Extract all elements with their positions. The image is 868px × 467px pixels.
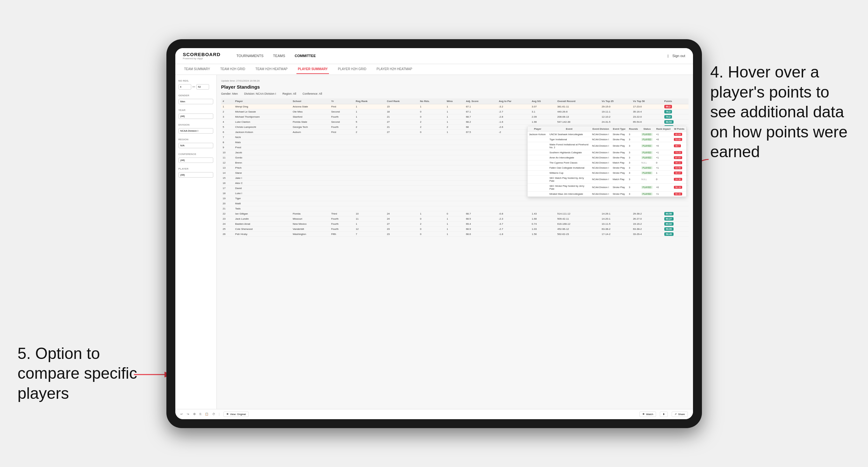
nav-tournaments[interactable]: TOURNAMENTS [237,54,264,58]
cell-reg-rank [354,155,385,160]
tt-rank-impact: +1 [654,165,672,170]
toolbar-copy-icon[interactable]: ⎘ [199,412,201,416]
sub-nav-team-h2h-heatmap[interactable]: TEAM H2H HEATMAP [254,65,289,74]
cell-points[interactable]: 76.2 [663,109,688,114]
cell-player: Gordo [234,155,291,160]
cell-yr [330,165,354,170]
cell-points[interactable]: 58.49 [663,231,688,237]
cell-yr: First [330,129,354,134]
nav-committee[interactable]: COMMITTEE [295,54,316,58]
points-badge[interactable]: 68.54 [664,120,674,124]
points-badge[interactable]: 60.27 [664,217,674,221]
sub-nav: TEAM SUMMARY TEAM H2H GRID TEAM H2H HEAT… [175,64,693,75]
cell-points[interactable]: 88.2 [663,104,688,109]
cell-adj-score: 68.2 [464,119,497,124]
table-row[interactable]: 23 Jack Lundin Missouri Fourth 11 24 0 1… [221,216,688,221]
table-row[interactable]: 3 Michael Thorbjornsen Stanford Fourth 1… [221,114,688,119]
cell-vs-top50: 17-23-0 [631,104,663,109]
cell-player: Luke Clanton [234,119,291,124]
cell-rank: 15 [221,175,234,180]
points-badge[interactable]: 70.2 [664,115,672,119]
filter-division: Division: NCAA Division I [244,92,276,95]
cell-wins: 0 [445,211,464,216]
points-badge[interactable]: 60.02 [664,222,674,226]
th-adj-score: Adj. Score [464,98,497,104]
cell-rank: 19 [221,196,234,201]
cell-points[interactable]: 60.27 [663,216,688,221]
points-badge[interactable]: 59.95 [664,227,674,231]
sub-nav-player-h2h-grid[interactable]: PLAYER H2H GRID [337,65,368,74]
toolbar-watch-btn[interactable]: 👁 Watch [640,411,656,417]
tt-event: The Cypress Point Classic [548,160,591,165]
sidebar-player-select[interactable]: (All) [179,172,213,178]
tt-w-points: 46.7 [672,142,686,150]
table-row[interactable]: 4 Luke Clanton Florida State Second 5 27… [221,119,688,124]
cell-overall: 208-08-13 [556,114,600,119]
th-wins: Wins [445,98,464,104]
tt-player [528,155,548,160]
cell-player: Michael Le Sassie [234,109,291,114]
cell-points[interactable] [663,206,688,211]
table-row[interactable]: 26 Petr Hruby Washington Fifth 7 23 0 1 … [221,231,688,237]
cell-reg-rank: 2 [354,129,385,134]
tt-rounds: 3 [627,170,640,175]
table-row[interactable]: 22 Ian Gilligan Florida Third 10 24 1 0 … [221,211,688,216]
cell-to-par [497,155,530,160]
points-badge[interactable]: 60.58 [664,212,674,216]
cell-conf-rank [385,201,418,206]
table-row[interactable]: 21 Tads [221,206,688,211]
cell-points[interactable]: 59.95 [663,226,688,231]
toolbar-view-btn[interactable]: 👁 View: Original [223,411,249,417]
points-badge[interactable]: 58.49 [664,232,674,236]
cell-points[interactable]: 60.02 [663,221,688,226]
cell-points[interactable] [663,201,688,206]
cell-points[interactable]: 60.58 [663,211,688,216]
sidebar-gender-select[interactable]: Men [179,99,213,104]
table-row[interactable]: 2 Michael Le Sassie Ole Miss Second 1 18… [221,109,688,114]
toolbar-clock-icon[interactable]: ⏱ [212,412,215,416]
cell-points[interactable]: 68.54 [663,119,688,124]
cell-overall: 514-111-12 [556,211,600,216]
table-row[interactable]: 1 Wenyi Ding Arizona State First 1 15 1 … [221,104,688,109]
sub-nav-team-h2h-grid[interactable]: TEAM H2H GRID [219,65,246,74]
table-row[interactable]: 20 Mattl [221,201,688,206]
sidebar-conference-select[interactable]: (All) [179,157,213,163]
sidebar-year-select[interactable]: (All) [179,114,213,119]
cell-no-rds: 0 [418,109,445,114]
th-vs-top50: Vs Top 50 [631,98,663,104]
sub-nav-team-summary[interactable]: TEAM SUMMARY [183,65,212,74]
sidebar-no-rds-to[interactable] [196,84,209,90]
nav-teams[interactable]: TEAMS [273,54,285,58]
cell-wins: 1 [445,114,464,119]
tt-type: Stroke Play [611,137,627,142]
points-badge[interactable]: 76.2 [664,110,672,114]
tooltip-row: Mirabel Maui Jim Intercollegiate NCAA Di… [528,191,686,196]
cell-vs-top25: 24-31-5 [600,119,631,124]
toolbar-undo-icon[interactable]: ↩ [180,412,183,416]
toolbar-paste-icon[interactable]: 📋 [205,412,209,416]
toolbar-download-btn[interactable]: ⬇ [660,411,668,417]
cell-avg-sg: 2.09 [530,114,556,119]
toolbar-share-btn[interactable]: ↗ Share [672,411,688,417]
th-event-division: Event Division [590,126,611,132]
sub-nav-player-h2h-heatmap[interactable]: PLAYER H2H HEATMAP [375,65,413,74]
cell-adj-score: 69.4 [464,221,497,226]
tt-w-points: 66.40 [672,191,686,196]
sub-nav-player-summary[interactable]: PLAYER SUMMARY [297,65,329,74]
cell-to-par [497,201,530,206]
table-row[interactable]: 25 Cole Sherwood Vanderbilt Fourth 12 23… [221,226,688,231]
cell-vs-top25: 63-38-2 [600,226,631,231]
points-badge[interactable]: 88.2 [664,105,672,108]
toolbar-settings-icon[interactable]: ⚙ [193,412,196,416]
sidebar-division-select[interactable]: NCAA Division I [179,128,213,133]
sidebar: No Rds. — Gender Men [175,75,217,409]
sidebar-region-select[interactable]: N/A [179,143,213,148]
cell-points[interactable]: 70.2 [663,114,688,119]
cell-player: David [234,186,291,191]
cell-wins: 1 [445,119,464,124]
cell-player: Michael Thorbjornsen [234,114,291,119]
table-row[interactable]: 24 Bastien Amat New Mexico Fourth 1 27 2… [221,221,688,226]
sign-out-link[interactable]: Sign out [672,54,685,58]
sidebar-no-rds-from[interactable] [179,84,191,90]
toolbar-redo-icon[interactable]: ↪ [187,412,189,416]
